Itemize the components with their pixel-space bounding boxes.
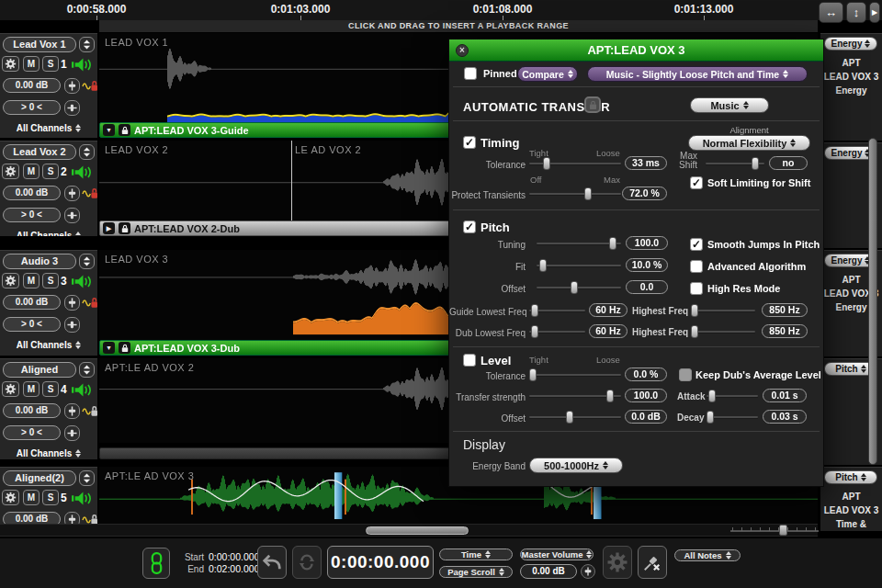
track-center-field[interactable]: > 0 < (3, 100, 61, 115)
level-offset-slider[interactable] (529, 411, 621, 424)
pan-fader-button[interactable] (64, 208, 80, 223)
timing-tolerance-slider[interactable] (529, 157, 621, 170)
gain-fader-button[interactable] (64, 78, 80, 94)
track-center-field[interactable]: > 0 < (3, 425, 61, 440)
track-gain-field[interactable]: 0.00 dB (3, 186, 61, 200)
track-gain-field[interactable]: 0.00 dB (3, 403, 61, 418)
mute-button[interactable]: M (23, 56, 40, 72)
notes-select[interactable]: All Notes (674, 549, 741, 561)
mute-button[interactable]: M (23, 490, 40, 505)
energy-band-select[interactable]: 500-1000Hz (529, 458, 623, 473)
advanced-algorithm-checkbox[interactable] (690, 260, 703, 273)
pitch-offset-value[interactable]: 0.0 (626, 280, 668, 294)
pitch-lock-button[interactable] (82, 404, 97, 421)
scroll-mode-select[interactable]: Page Scroll (439, 566, 513, 578)
horizontal-zoom-button[interactable]: ↔ (819, 2, 843, 23)
track-name-field[interactable]: Lead Vox 1 (3, 37, 76, 52)
timeline-ruler[interactable]: 0:00:58.000 0:01:03.000 0:01:08.000 0:01… (0, 0, 882, 20)
collapse-icon[interactable]: ▼ (103, 124, 115, 136)
tuning-value[interactable]: 100.0 (626, 236, 668, 250)
mute-button[interactable]: M (23, 381, 40, 397)
level-tolerance-value[interactable]: 0.0 % (625, 368, 667, 381)
level-offset-value[interactable]: 0.0 dB (625, 410, 667, 424)
expand-right-button[interactable]: ▶ (869, 2, 880, 23)
pitch-offset-slider[interactable] (537, 281, 621, 294)
solo-button[interactable]: S (42, 56, 59, 72)
track-name-field[interactable]: Audio 3 (3, 254, 76, 269)
fit-value[interactable]: 10.0 % (626, 258, 668, 272)
track-settings-button[interactable] (2, 56, 19, 72)
max-shift-value[interactable]: no (769, 156, 808, 170)
speaker-button[interactable] (72, 57, 94, 76)
protect-transients-value[interactable]: 72.0 % (622, 187, 667, 200)
pitch-lock-button[interactable] (82, 187, 97, 203)
lock-icon[interactable] (119, 222, 130, 234)
link-range-button[interactable] (142, 548, 170, 579)
time-mode-select[interactable]: Time (439, 548, 513, 560)
lock-icon[interactable] (119, 342, 130, 354)
master-fader-button[interactable] (581, 564, 595, 579)
track-name-field[interactable]: Lead Vox 2 (3, 144, 76, 160)
track-settings-button[interactable] (2, 273, 19, 288)
track-settings-button[interactable] (2, 381, 19, 397)
playback-range-hint[interactable]: CLICK AND DRAG TO INSERT A PLAYBACK RANG… (99, 20, 818, 32)
decay-slider[interactable] (707, 411, 758, 424)
level-checkbox[interactable] (463, 354, 476, 367)
guide-lowest-freq-value[interactable]: 60 Hz (589, 303, 628, 317)
channel-select[interactable]: All Channels (0, 226, 97, 236)
speaker-button[interactable] (72, 274, 94, 293)
attack-slider[interactable] (707, 390, 758, 402)
preset-select[interactable]: Music - Slightly Loose Pitch and Time (587, 66, 808, 82)
solo-button[interactable]: S (42, 164, 59, 179)
settings-button[interactable] (603, 546, 632, 579)
guide-lowest-freq-slider[interactable] (529, 304, 585, 317)
zoom-slider[interactable] (730, 524, 819, 537)
horizontal-scrollbar[interactable] (0, 524, 818, 537)
transfer-strength-slider[interactable] (529, 390, 621, 402)
pitch-lock-button[interactable] (82, 79, 97, 96)
dub-highest-freq-slider[interactable] (691, 325, 755, 338)
pitch-lock-button[interactable] (82, 296, 97, 312)
mute-button[interactable]: M (23, 164, 40, 179)
track-reorder-button[interactable] (79, 254, 95, 269)
vertical-zoom-button[interactable]: ↕ (846, 2, 866, 23)
smooth-jumps-checkbox[interactable] (690, 238, 703, 251)
tuning-slider[interactable] (537, 237, 621, 250)
pitch-checkbox[interactable] (463, 220, 476, 233)
track-center-field[interactable]: > 0 < (3, 208, 61, 222)
track-reorder-button[interactable] (79, 144, 95, 160)
collapse-icon[interactable]: ▼ (103, 342, 115, 354)
track-center-field[interactable]: > 0 < (3, 317, 61, 332)
lock-icon[interactable] (119, 124, 130, 136)
gain-fader-button[interactable] (64, 186, 80, 201)
auto-transfer-toggle[interactable] (584, 96, 601, 113)
display-type-select[interactable]: Pitch (824, 470, 877, 484)
transfer-mode-select[interactable]: Music (690, 97, 769, 113)
gain-fader-button[interactable] (64, 295, 80, 311)
speaker-button[interactable] (72, 491, 94, 510)
alignment-select[interactable]: Normal Flexibility (688, 135, 810, 151)
attack-value[interactable]: 0.01 s (763, 389, 807, 402)
track-name-field[interactable]: Aligned (3, 362, 76, 378)
pan-fader-button[interactable] (64, 317, 80, 333)
loop-button[interactable] (292, 546, 322, 579)
track-reorder-button[interactable] (79, 362, 95, 378)
gain-fader-button[interactable] (64, 403, 80, 419)
vertical-scrollbar[interactable] (868, 138, 877, 465)
channel-select[interactable]: All Channels (0, 335, 97, 354)
master-volume-value[interactable]: 0.00 dB (520, 564, 577, 579)
disconnect-button[interactable] (638, 546, 667, 579)
decay-value[interactable]: 0.03 s (763, 410, 807, 424)
transfer-strength-value[interactable]: 100.0 (625, 389, 667, 402)
pinned-checkbox[interactable] (464, 67, 477, 80)
channel-select[interactable]: All Channels (0, 444, 97, 459)
channel-select[interactable]: All Channels (0, 119, 97, 137)
dub-lowest-freq-value[interactable]: 60 Hz (589, 324, 628, 338)
mute-button[interactable]: M (23, 273, 40, 288)
track-gain-field[interactable]: 0.00 dB (3, 78, 61, 93)
dub-highest-freq-value[interactable]: 850 Hz (762, 324, 808, 338)
solo-button[interactable]: S (42, 490, 59, 505)
close-icon[interactable]: × (456, 44, 469, 57)
speaker-button[interactable] (72, 164, 94, 184)
track-gain-field[interactable]: 0.00 dB (3, 295, 61, 310)
